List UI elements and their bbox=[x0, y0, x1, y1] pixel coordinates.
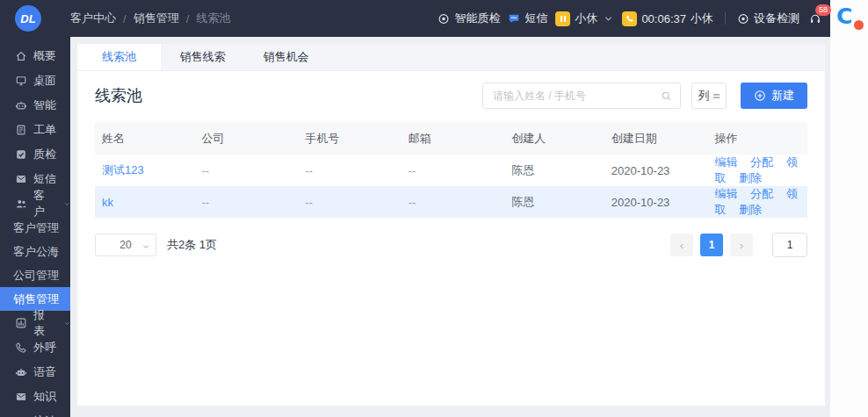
list-icon bbox=[712, 92, 720, 100]
delete-link[interactable]: 删除 bbox=[739, 171, 762, 184]
tab-sales-leads[interactable]: 销售线索 bbox=[161, 44, 244, 70]
column-settings-button[interactable]: 列 bbox=[691, 83, 727, 109]
sidebar-item-label: 智能 bbox=[33, 97, 56, 113]
status-timer: 00:06:37 小休 bbox=[622, 11, 713, 26]
table-row: kk -- -- -- 陈恩 2020-10-23 编辑 分配 领取 删除 bbox=[95, 186, 807, 218]
cell-date: 2020-10-23 bbox=[604, 186, 708, 218]
column-header-date: 创建日期 bbox=[604, 122, 708, 155]
sidebar-subitem-customer-management[interactable]: 客户管理 bbox=[0, 216, 70, 240]
prev-page-button[interactable]: ‹ bbox=[670, 234, 693, 256]
headset-button[interactable]: 58 bbox=[809, 12, 821, 25]
sidebar: 概要 桌面 智能 工单 质检 短信 客户 客户管理 客户公海 公司管理 销售管理… bbox=[0, 37, 70, 417]
pagination-bar: 20 共2条 1页 ‹ 1 › bbox=[95, 233, 807, 257]
assign-link[interactable]: 分配 bbox=[750, 187, 773, 200]
chat-bubble-icon bbox=[508, 12, 520, 25]
chevron-icon bbox=[64, 320, 70, 327]
create-button[interactable]: 新建 bbox=[741, 83, 807, 109]
notification-badge: 58 bbox=[815, 4, 831, 16]
home-icon bbox=[15, 50, 27, 62]
cell-company: -- bbox=[195, 186, 299, 218]
cell-email: -- bbox=[401, 186, 505, 218]
sidebar-item-voice[interactable]: 语音 bbox=[0, 360, 70, 385]
assign-link[interactable]: 分配 bbox=[750, 155, 773, 169]
search-icon[interactable] bbox=[660, 90, 672, 102]
monitor-icon bbox=[15, 75, 27, 87]
cell-date: 2020-10-23 bbox=[604, 155, 708, 186]
chevron-down-icon bbox=[602, 12, 614, 25]
sidebar-item-desktop[interactable]: 桌面 bbox=[0, 68, 70, 93]
edit-link[interactable]: 编辑 bbox=[714, 187, 737, 200]
timer-phone-icon bbox=[622, 11, 637, 26]
sidebar-item-outbound-call[interactable]: 外呼 bbox=[0, 335, 70, 360]
cell-phone: -- bbox=[298, 186, 401, 218]
device-check-menu[interactable]: 设备检测 bbox=[737, 11, 799, 26]
sidebar-item-statistics[interactable]: 统计 bbox=[0, 409, 70, 417]
breadcrumb-separator: / bbox=[186, 12, 190, 25]
target-icon bbox=[737, 12, 749, 25]
app-logo[interactable]: DL bbox=[15, 5, 41, 32]
target-icon bbox=[438, 12, 450, 25]
table-row: 测试123 -- -- -- 陈恩 2020-10-23 编辑 分配 领取 删除 bbox=[95, 155, 807, 186]
cell-email: -- bbox=[401, 155, 505, 186]
column-header-email: 邮箱 bbox=[401, 122, 505, 155]
cell-actions: 编辑 分配 领取 删除 bbox=[707, 155, 807, 186]
sidebar-item-label: 客户 bbox=[33, 188, 55, 219]
check-square-icon bbox=[15, 148, 27, 161]
column-header-phone: 手机号 bbox=[298, 122, 401, 155]
rest-status-label: 小休 bbox=[575, 11, 597, 26]
right-strip: C bbox=[830, 0, 868, 417]
tab-bar: 线索池 销售线索 销售机会 bbox=[77, 44, 825, 71]
page-title: 线索池 bbox=[95, 85, 142, 106]
sidebar-item-label: 知识 bbox=[33, 389, 56, 405]
tab-lead-pool[interactable]: 线索池 bbox=[77, 44, 161, 70]
table-header-row: 姓名 公司 手机号 邮箱 创建人 创建日期 操作 bbox=[95, 122, 807, 155]
bar-chart-icon bbox=[15, 317, 27, 329]
breadcrumb-current: 线索池 bbox=[196, 11, 230, 26]
sidebar-item-customer[interactable]: 客户 bbox=[0, 191, 70, 216]
sidebar-item-ticket[interactable]: 工单 bbox=[0, 118, 70, 142]
column-header-actions: 操作 bbox=[707, 122, 807, 155]
breadcrumb-item[interactable]: 销售管理 bbox=[134, 11, 179, 26]
users-icon bbox=[15, 198, 27, 210]
sms-menu[interactable]: 短信 bbox=[508, 11, 547, 26]
pager: ‹ 1 › bbox=[663, 233, 807, 257]
breadcrumb-item[interactable]: 客户中心 bbox=[70, 11, 116, 26]
page-jump-input[interactable] bbox=[772, 233, 807, 257]
cell-actions: 编辑 分配 领取 删除 bbox=[707, 186, 807, 218]
sms-label: 短信 bbox=[524, 11, 547, 26]
sidebar-item-quality[interactable]: 质检 bbox=[0, 142, 70, 167]
assistant-logo[interactable]: C bbox=[836, 4, 861, 29]
book-icon bbox=[15, 391, 27, 403]
voice-robot-icon bbox=[15, 366, 27, 378]
column-header-name: 姓名 bbox=[95, 122, 195, 155]
sidebar-item-label: 短信 bbox=[33, 171, 56, 187]
sidebar-item-intelligence[interactable]: 智能 bbox=[0, 93, 70, 118]
tab-sales-opportunities[interactable]: 销售机会 bbox=[244, 44, 328, 70]
next-page-button[interactable]: › bbox=[730, 234, 753, 256]
toolbar-right: 列 新建 bbox=[482, 83, 807, 109]
page-number-button[interactable]: 1 bbox=[700, 234, 723, 256]
sidebar-item-label: 工单 bbox=[33, 122, 56, 138]
pagination-summary: 共2条 1页 bbox=[167, 237, 217, 253]
sidebar-subitem-customer-pool[interactable]: 客户公海 bbox=[0, 240, 70, 263]
quality-check-menu[interactable]: 智能质检 bbox=[438, 11, 500, 26]
cell-company: -- bbox=[195, 155, 299, 186]
cell-phone: -- bbox=[298, 155, 401, 186]
sidebar-item-report[interactable]: 报表 bbox=[0, 311, 70, 335]
assistant-logo-badge bbox=[854, 20, 864, 30]
main-content: 线索池 销售线索 销售机会 线索池 列 bbox=[70, 37, 830, 417]
cell-creator: 陈恩 bbox=[504, 186, 604, 218]
search-input[interactable] bbox=[491, 89, 660, 103]
edit-link[interactable]: 编辑 bbox=[714, 155, 737, 169]
sidebar-item-knowledge[interactable]: 知识 bbox=[0, 385, 70, 409]
timer-status-label: 小休 bbox=[691, 11, 713, 26]
lead-name-link[interactable]: 测试123 bbox=[102, 163, 144, 176]
sidebar-item-label: 统计 bbox=[33, 413, 56, 417]
agent-status-dropdown[interactable]: 小休 bbox=[555, 11, 614, 26]
sidebar-subitem-company-management[interactable]: 公司管理 bbox=[0, 263, 70, 287]
sidebar-item-label: 桌面 bbox=[33, 73, 56, 89]
sidebar-item-overview[interactable]: 概要 bbox=[0, 44, 70, 68]
lead-name-link[interactable]: kk bbox=[102, 196, 113, 209]
delete-link[interactable]: 删除 bbox=[739, 203, 762, 216]
page-size-select[interactable]: 20 bbox=[95, 234, 156, 256]
